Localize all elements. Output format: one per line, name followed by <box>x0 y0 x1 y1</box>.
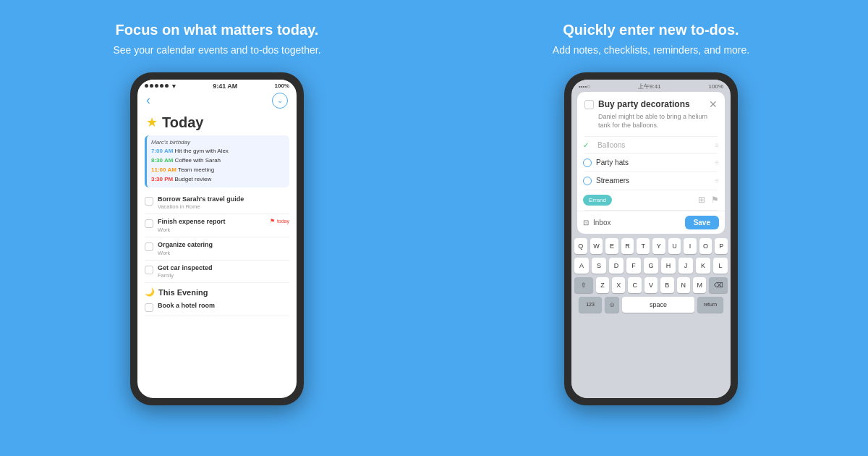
key-h[interactable]: H <box>661 258 676 274</box>
key-k[interactable]: K <box>696 258 710 274</box>
key-z[interactable]: Z <box>596 277 609 293</box>
key-m[interactable]: M <box>693 277 706 293</box>
back-button[interactable]: ‹ <box>146 93 150 108</box>
modal-header: Buy party decorations ✕ <box>577 92 725 112</box>
key-g[interactable]: G <box>644 258 658 274</box>
key-o[interactable]: O <box>699 238 712 254</box>
dot3 <box>155 84 158 88</box>
today-label-badge: today <box>277 219 289 224</box>
today-header: ★ Today <box>137 111 297 135</box>
todo-title-4: Get car inspected <box>158 264 289 273</box>
right-panel-text: Quickly enter new to-dos. Add notes, che… <box>553 20 749 58</box>
todo-item-2[interactable]: Finish expense report Work ⚑ today <box>145 214 289 237</box>
key-i[interactable]: I <box>684 238 697 254</box>
cal-coffee: 8:30 AM Coffee with Sarah <box>151 156 285 166</box>
left-phone-screen: ▾ 9:41 AM 100% ‹ ⌄ ★ Today Marc's birthd… <box>137 80 297 398</box>
check-icon-balloons: ✓ <box>583 141 593 149</box>
moon-icon: 🌙 <box>145 287 155 297</box>
todo-item-evening[interactable]: Book a hotel room <box>145 298 289 316</box>
key-n[interactable]: N <box>677 277 690 293</box>
errand-tag[interactable]: Errand <box>583 195 612 206</box>
inbox-icon: ⊡ <box>583 219 589 227</box>
key-a[interactable]: A <box>574 258 589 274</box>
left-heading: Focus on what matters today. <box>113 20 320 39</box>
checklist-item-streamers[interactable]: Streamers ≡ <box>577 172 725 190</box>
inbox-label: Inbox <box>593 219 681 227</box>
modal-main-checkbox[interactable] <box>584 100 594 109</box>
key-d[interactable]: D <box>609 258 624 274</box>
todo-checkbox-evening[interactable] <box>145 303 153 312</box>
todo-content-3: Organize catering Work <box>158 241 289 256</box>
right-phone: ••••○ 上午9:41 100% Buy party decorations … <box>564 72 738 405</box>
todo-checkbox-1[interactable] <box>145 197 153 206</box>
todo-item-4[interactable]: Get car inspected Family <box>145 261 289 284</box>
circle-check-streamers[interactable] <box>583 177 592 185</box>
key-u[interactable]: U <box>668 238 681 254</box>
close-button[interactable]: ✕ <box>709 99 718 109</box>
todo-item-3[interactable]: Organize catering Work <box>145 237 289 261</box>
todo-item-1[interactable]: Borrow Sarah's travel guide Vacation in … <box>145 192 289 215</box>
right-signal: ••••○ <box>579 83 590 90</box>
keyboard: Q W E R T Y U I O P A S D F G H <box>571 234 731 398</box>
checklist-label-streamers: Streamers <box>596 177 710 185</box>
checklist-item-balloons[interactable]: ✓ Balloons ≡ <box>577 137 725 153</box>
key-c[interactable]: C <box>628 277 641 293</box>
key-p[interactable]: P <box>715 238 728 254</box>
evening-title: This Evening <box>158 288 208 297</box>
todo-sub-4: Family <box>158 272 289 279</box>
tag-action-icons: ⊞ ⚑ <box>698 195 719 205</box>
key-return[interactable]: return <box>697 297 723 313</box>
wifi-icon: ▾ <box>172 83 176 90</box>
chevron-down-icon: ⌄ <box>277 96 283 104</box>
key-j[interactable]: J <box>678 258 693 274</box>
right-phone-screen: ••••○ 上午9:41 100% Buy party decorations … <box>571 80 731 398</box>
calendar-icon[interactable]: ⊞ <box>698 195 705 205</box>
key-r[interactable]: R <box>621 238 634 254</box>
todo-title-1: Borrow Sarah's travel guide <box>158 195 289 204</box>
todo-content-1: Borrow Sarah's travel guide Vacation in … <box>158 195 289 211</box>
drag-handle-party-hats: ≡ <box>715 159 719 166</box>
phone-nav: ‹ ⌄ <box>137 91 297 111</box>
todo-title-3: Organize catering <box>158 241 289 250</box>
battery-indicator: 100% <box>275 83 289 89</box>
nav-circle-button[interactable]: ⌄ <box>272 93 288 109</box>
key-space[interactable]: space <box>622 297 694 313</box>
signal-dots: ▾ <box>145 83 176 90</box>
key-backspace[interactable]: ⌫ <box>709 277 728 293</box>
checklist-item-party-hats[interactable]: Party hats ≡ <box>577 154 725 172</box>
key-123[interactable]: 123 <box>579 297 602 313</box>
flag-tag-icon[interactable]: ⚑ <box>711 195 719 205</box>
todo-checkbox-3[interactable] <box>145 242 153 251</box>
left-phone: ▾ 9:41 AM 100% ‹ ⌄ ★ Today Marc's birthd… <box>130 72 304 405</box>
todo-sub-1: Vacation in Rome <box>158 203 289 210</box>
drag-handle-streamers: ≡ <box>715 177 719 185</box>
save-button[interactable]: Save <box>685 216 719 229</box>
key-s[interactable]: S <box>592 258 606 274</box>
todo-checkbox-2[interactable] <box>145 219 153 228</box>
key-b[interactable]: B <box>660 277 673 293</box>
key-x[interactable]: X <box>612 277 625 293</box>
modal-card: Buy party decorations ✕ Daniel might be … <box>577 92 725 234</box>
todo-content-2: Finish expense report Work <box>158 218 265 233</box>
key-t[interactable]: T <box>637 238 650 254</box>
key-v[interactable]: V <box>644 277 658 293</box>
key-l[interactable]: L <box>713 258 728 274</box>
key-e[interactable]: E <box>605 238 618 254</box>
circle-check-party-hats[interactable] <box>583 159 592 167</box>
key-y[interactable]: Y <box>652 238 665 254</box>
key-shift[interactable]: ⇧ <box>574 277 593 293</box>
key-w[interactable]: W <box>590 238 603 254</box>
cal-gym: 7:00 AM Hit the gym with Alex <box>151 147 285 156</box>
todo-sub-2: Work <box>158 227 265 233</box>
status-time: 9:41 AM <box>213 83 237 90</box>
modal-tags-row: Errand ⊞ ⚑ <box>577 190 725 210</box>
modal-title: Buy party decorations <box>598 99 690 109</box>
key-emoji[interactable]: ☺ <box>605 297 619 313</box>
right-panel: Quickly enter new to-dos. Add notes, che… <box>434 0 868 456</box>
key-q[interactable]: Q <box>574 238 587 254</box>
key-f[interactable]: F <box>626 258 641 274</box>
todo-checkbox-4[interactable] <box>145 266 153 274</box>
left-panel-text: Focus on what matters today. See your ca… <box>113 20 320 58</box>
right-status-bar: ••••○ 上午9:41 100% <box>571 80 731 92</box>
todo-sub-3: Work <box>158 250 289 256</box>
